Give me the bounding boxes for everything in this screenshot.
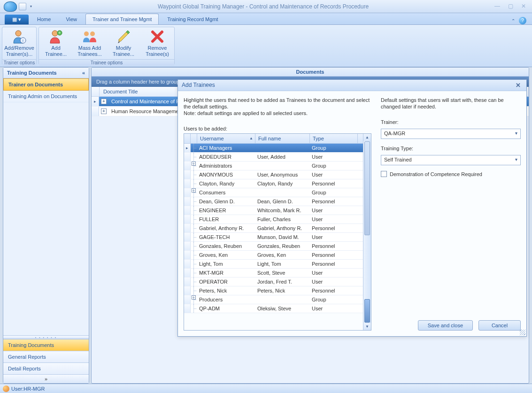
username-cell: QP-ADM [197, 305, 255, 312]
user-row[interactable]: ▸ACI ManagersGroup [184, 144, 363, 153]
svg-text:i: i [23, 39, 23, 43]
user-row[interactable]: QP-ADMOleksiw, SteveUser [184, 304, 363, 313]
fullname-cell: Whitcomb, Mark R. [255, 207, 310, 214]
user-row[interactable]: +ProducersGroup [184, 295, 363, 304]
tab-home[interactable]: Home [31, 14, 57, 24]
trainer-value: QA-MGR [384, 131, 405, 136]
row-indicator [184, 153, 191, 161]
user-row[interactable]: Peters, NickPeters, NickPersonnel [184, 286, 363, 295]
status-bar: User:HR-MGR [0, 384, 532, 393]
user-row[interactable]: FULLERFuller, CharlesUser [184, 215, 363, 224]
ribbon-collapse-icon[interactable]: ⌃ [511, 18, 515, 23]
dialog-close-button[interactable]: ✕ [514, 82, 523, 89]
column-label: Username [200, 136, 224, 141]
tab-trainer-mgmt[interactable]: Trainer and Trainee Mgmt [85, 14, 159, 24]
user-row[interactable]: Dean, Glenn D.Dean, Glenn D.Personnel [184, 197, 363, 206]
dialog-titlebar[interactable]: Add Trainees ✕ [178, 80, 526, 91]
tree-line [191, 215, 197, 223]
scroll-thumb-upper[interactable] [364, 141, 370, 235]
user-row[interactable]: Light, TomLight, TomPersonnel [184, 260, 363, 269]
user-row[interactable]: Gabriel, Anthony R.Gabriel, Anthony R.Pe… [184, 224, 363, 233]
type-cell: Group [310, 144, 358, 152]
row-indicator [184, 295, 191, 304]
row-indicator [92, 107, 99, 116]
column-header-type[interactable]: Type [310, 134, 358, 143]
app-menu-button[interactable]: ▦ ▾ [5, 15, 29, 24]
type-cell: Personnel [310, 287, 358, 294]
indicator-column-header [184, 134, 191, 143]
maximize-button[interactable]: ▢ [506, 3, 515, 10]
close-button[interactable]: ✕ [519, 3, 528, 10]
tree-column-header [191, 134, 197, 143]
user-row[interactable]: Clayton, RandyClayton, RandyPersonnel [184, 179, 363, 188]
row-indicator: ▸ [92, 97, 99, 106]
user-row[interactable]: Groves, KenGroves, KenPersonnel [184, 251, 363, 260]
type-cell: Group [310, 162, 358, 170]
user-row[interactable]: +AdministratorsGroup [184, 162, 363, 170]
tree-line [191, 260, 197, 268]
sidebar-foot-detail-reports[interactable]: Detail Reports [3, 362, 89, 374]
sidebar-item-trainer-on-documents[interactable]: Trainer on Documents [3, 78, 89, 91]
trainer-combo[interactable]: QA-MGR [381, 129, 521, 139]
column-header-username[interactable]: Username ▲ [197, 134, 255, 143]
person-plus-icon: + [48, 29, 63, 44]
fullname-cell: Peters, Nick [255, 287, 310, 294]
mass-add-trainees-button[interactable]: Mass Add Trainees... [73, 27, 107, 59]
user-row[interactable]: OPERATORJordan, Fred T.User [184, 277, 363, 286]
minimize-button[interactable]: — [493, 3, 502, 10]
expand-icon[interactable]: + [101, 99, 107, 104]
add-trainee-button[interactable]: + Add Trainee... [39, 27, 73, 59]
collapse-icon[interactable]: « [82, 70, 85, 76]
user-row[interactable]: ENGINEERWhitcomb, Mark R.User [184, 206, 363, 215]
app-orb[interactable] [4, 1, 17, 12]
scroll-down-icon[interactable]: ▼ [363, 323, 371, 330]
sidebar-overflow-button[interactable]: » [3, 374, 89, 383]
users-scrollbar[interactable]: ▲ ▼ [363, 134, 371, 330]
fullname-cell: Clayton, Randy [255, 180, 310, 187]
modify-trainee-button[interactable]: Modify Trainee... [107, 27, 140, 59]
scroll-thumb-lower[interactable] [364, 299, 370, 323]
sidebar-header[interactable]: Training Documents « [3, 68, 89, 78]
user-row[interactable]: MKT-MGRScott, SteveUser [184, 269, 363, 277]
resize-grip-icon[interactable] [520, 330, 525, 335]
add-remove-trainers-button[interactable]: i Add/Remove Trainer(s)... [2, 27, 36, 59]
fullname-cell: Jordan, Fred T. [255, 278, 310, 285]
type-cell: User [310, 171, 358, 178]
scroll-up-icon[interactable]: ▲ [363, 134, 371, 141]
help-icon[interactable]: ? [519, 17, 526, 24]
qat-dropdown[interactable]: ▾ [28, 4, 34, 8]
pencil-icon [116, 29, 131, 44]
user-row[interactable]: GAGE-TECHMunson, David M.User [184, 233, 363, 242]
column-header-fullname[interactable]: Full name [255, 134, 310, 143]
sidebar-foot-general-reports[interactable]: General Reports [3, 351, 89, 362]
expand-icon[interactable]: + [192, 188, 196, 193]
tab-training-record-mgmt[interactable]: Training Record Mgmt [161, 14, 224, 24]
training-type-combo[interactable]: Self Trained [381, 155, 521, 165]
row-indicator [184, 162, 191, 170]
expand-icon[interactable]: + [192, 295, 196, 300]
tab-view[interactable]: View [59, 14, 84, 24]
remove-trainees-button[interactable]: Remove Trainee(s) [140, 27, 174, 59]
expand-icon[interactable]: + [101, 108, 107, 114]
user-row[interactable]: ADDEDUSERUser, AddedUser [184, 153, 363, 162]
document-title-cell: Control and Maintenance of Re [108, 97, 185, 106]
type-cell: User [310, 233, 358, 241]
save-and-close-button[interactable]: Save and close [418, 320, 473, 331]
button-label: Add/Remove Trainer(s)... [3, 45, 35, 57]
sidebar-item-training-admin[interactable]: Training Admin on Documents [3, 91, 89, 102]
type-cell: Group [310, 296, 358, 303]
competence-checkbox[interactable] [381, 171, 387, 177]
sidebar-splitter[interactable]: • • • • • • [3, 335, 89, 339]
users-to-add-label: Users to be added: [184, 126, 371, 131]
cancel-button[interactable]: Cancel [478, 320, 521, 331]
sidebar-foot-training-documents[interactable]: Training Documents [3, 339, 89, 351]
user-row[interactable]: ANONYMOUSUser, AnonymousUser [184, 170, 363, 179]
qat-button[interactable] [19, 3, 26, 10]
svg-text:+: + [58, 31, 61, 35]
expand-icon[interactable]: + [192, 162, 196, 166]
user-row[interactable]: +ConsumersGroup [184, 188, 363, 197]
user-row[interactable]: Gonzales, ReubenGonzales, ReubenPersonne… [184, 242, 363, 251]
person-gear-icon: i [12, 29, 27, 44]
row-indicator [184, 251, 191, 259]
type-cell: Group [310, 189, 358, 196]
